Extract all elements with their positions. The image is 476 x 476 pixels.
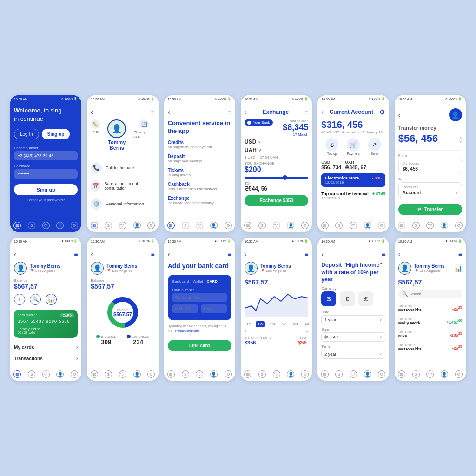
nav-settings-5[interactable]: ⚙ <box>378 222 385 230</box>
chart-action[interactable]: 📊 <box>46 294 57 305</box>
my-cards-link[interactable]: My cards › <box>14 342 78 353</box>
menu-icon-4[interactable]: ≡ <box>304 108 308 116</box>
nav-settings-4[interactable]: ⚙ <box>301 222 309 230</box>
tab-6m[interactable]: 6M <box>291 321 300 327</box>
signup-main-button[interactable]: Sing up <box>14 184 78 195</box>
nav-home-9[interactable]: ▦ <box>167 370 175 378</box>
exchange-slider[interactable] <box>245 177 308 178</box>
recipient-box[interactable]: Recipient Account ∨ <box>398 182 462 198</box>
service-exchange[interactable]: Exchange Be aware, change profitably <box>168 196 231 205</box>
back-icon-4[interactable]: ‹ <box>245 108 247 116</box>
nav-shield-5[interactable]: 🛡 <box>350 222 357 230</box>
tab-1d[interactable]: 1D <box>245 321 253 327</box>
send-btn[interactable]: ↗ Send <box>368 138 381 155</box>
add-action[interactable]: + <box>14 294 25 305</box>
menu-icon-7[interactable]: ≡ <box>74 251 78 258</box>
transactions-link[interactable]: Transactions › <box>14 353 78 364</box>
nav-shield-12[interactable]: 🛡 <box>426 370 434 378</box>
nav-money-11[interactable]: $ <box>335 370 343 378</box>
nav-user-12[interactable]: 👤 <box>441 370 448 378</box>
nav-user-3[interactable]: 👤 <box>210 222 218 230</box>
nav-home-5[interactable]: ▦ <box>321 222 329 230</box>
nav-home[interactable]: ▦ <box>13 222 21 230</box>
topup-btn[interactable]: $ Top up <box>325 138 338 155</box>
currency-usd[interactable]: USD ∨ <box>245 139 308 145</box>
back-icon-9[interactable]: ‹ <box>168 251 170 258</box>
nav-user-11[interactable]: 👤 <box>364 370 371 378</box>
menu-item-personal[interactable]: 🛡️ Personal information <box>91 195 154 213</box>
nav-settings-8[interactable]: ⚙ <box>147 370 155 378</box>
nav-home-3[interactable]: ▦ <box>167 222 175 230</box>
transfer-button[interactable]: ⇄ Transfer <box>398 204 462 215</box>
nav-money-5[interactable]: $ <box>335 222 343 230</box>
back-icon-3[interactable]: ‹ <box>168 108 170 116</box>
tab-1w[interactable]: 1W <box>256 321 265 327</box>
edit-action[interactable]: ✏️ Edit <box>91 119 100 154</box>
nav-user[interactable]: 👤 <box>56 222 64 230</box>
nav-money-8[interactable]: $ <box>105 370 112 378</box>
nav-settings-6[interactable]: ⚙ <box>455 222 463 230</box>
exchange-button[interactable]: Exchange $350 <box>245 195 308 206</box>
terms-link[interactable]: Terms&Conditions <box>173 329 199 332</box>
menu-icon-3[interactable]: ≡ <box>228 108 231 116</box>
nav-settings-2[interactable]: ⚙ <box>147 222 155 230</box>
chart-icon-12[interactable]: 📊 <box>454 264 462 272</box>
nav-shield-3[interactable]: 🛡 <box>196 222 203 230</box>
nav-money-12[interactable]: $ <box>412 370 420 378</box>
nav-shield[interactable]: 🛡 <box>42 222 50 230</box>
back-icon-11[interactable]: ‹ <box>321 251 324 258</box>
tab-all[interactable]: All <box>303 321 311 327</box>
back-icon-6[interactable]: ‹ <box>398 111 401 119</box>
from-account-box[interactable]: My account $6, 456 <box>398 159 462 174</box>
menu-item-appointment[interactable]: 📅 Bank appointment consultation <box>91 177 154 195</box>
expiry-input[interactable] <box>172 304 198 313</box>
nav-home-2[interactable]: ▦ <box>91 222 98 230</box>
nav-home-11[interactable]: ▦ <box>321 370 329 378</box>
nav-home-6[interactable]: ▦ <box>398 222 405 230</box>
menu-item-call[interactable]: 📞 Call to the bank <box>91 159 154 177</box>
search-action[interactable]: 🔍 <box>30 294 41 305</box>
nav-shield-10[interactable]: 🛡 <box>273 370 280 378</box>
forgot-password[interactable]: Forgot your password? <box>14 198 78 202</box>
nav-user-8[interactable]: 👤 <box>133 370 141 378</box>
nav-money-9[interactable]: $ <box>182 370 189 378</box>
back-icon[interactable]: ‹ <box>91 108 93 116</box>
nav-settings-11[interactable]: ⚙ <box>378 370 385 378</box>
nav-shield-11[interactable]: 🛡 <box>350 370 357 378</box>
nav-home-4[interactable]: ▦ <box>244 222 251 230</box>
nav-shield-8[interactable]: 🛡 <box>119 370 126 378</box>
rate-select[interactable]: 1 year ∨ <box>321 315 385 324</box>
nav-settings[interactable]: ⚙ <box>71 222 78 230</box>
search-input-12[interactable] <box>410 292 458 296</box>
nav-user-4[interactable]: 👤 <box>287 222 294 230</box>
nav-home-10[interactable]: ▦ <box>244 370 251 378</box>
phone-input[interactable] <box>14 151 78 160</box>
nav-user-6[interactable]: 👤 <box>441 222 448 230</box>
nav-user-5[interactable]: 👤 <box>364 222 371 230</box>
back-icon-12[interactable]: ‹ <box>398 251 401 258</box>
back-icon-10[interactable]: ‹ <box>245 251 247 258</box>
settings-icon-5[interactable]: ⚙ <box>379 108 385 116</box>
currency-eur[interactable]: € <box>340 291 355 306</box>
service-credits[interactable]: Credits Management and payment <box>168 140 231 149</box>
nav-home-12[interactable]: ▦ <box>398 370 405 378</box>
nav-settings-7[interactable]: ⚙ <box>71 370 78 378</box>
back-icon-5[interactable]: ‹ <box>321 108 324 116</box>
nav-money-3[interactable]: $ <box>182 222 189 230</box>
nav-home-7[interactable]: ▦ <box>13 370 21 378</box>
menu-icon-12[interactable]: ≡ <box>458 251 462 258</box>
plus-action[interactable]: + <box>245 329 247 334</box>
password-input[interactable] <box>14 169 78 178</box>
service-tickets[interactable]: Tickets Buying tickets <box>168 168 231 177</box>
menu-icon[interactable]: ≡ <box>151 108 154 116</box>
change-user-action[interactable]: 🔄 Change user <box>133 119 154 154</box>
card-number-input[interactable] <box>172 293 227 302</box>
currency-gbp[interactable]: £ <box>358 291 373 306</box>
nav-user-7[interactable]: 👤 <box>56 370 64 378</box>
tab-3m[interactable]: 3M <box>279 321 288 327</box>
sum-select[interactable]: $5, 567 ∨ <box>321 332 385 342</box>
nav-home-8[interactable]: ▦ <box>91 370 98 378</box>
signup-tab-button[interactable]: Sing up <box>42 129 70 139</box>
link-card-button[interactable]: Link card <box>168 340 231 351</box>
minus-action[interactable]: − <box>306 329 308 334</box>
